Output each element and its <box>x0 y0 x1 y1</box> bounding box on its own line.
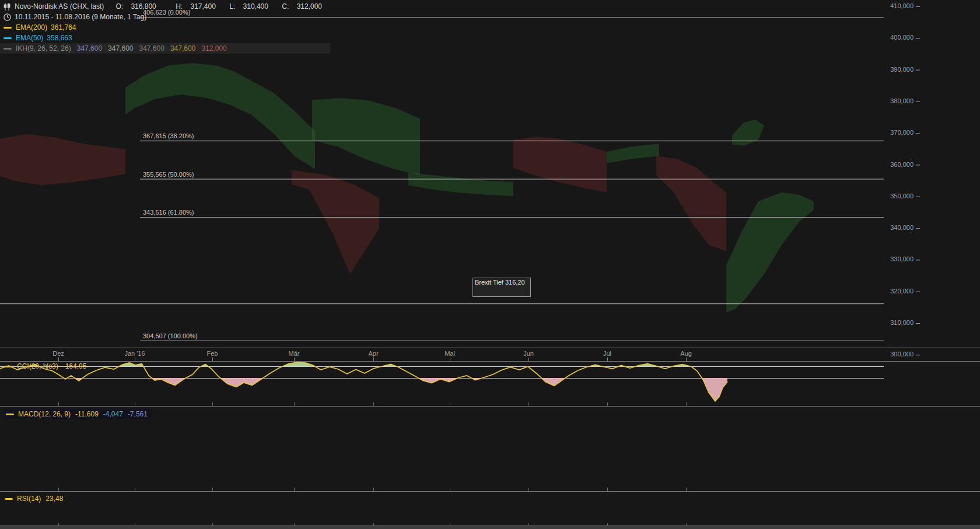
price-axis-label-3: 380,000 <box>883 97 914 104</box>
month-label-4: Apr <box>368 350 378 357</box>
price-axis-label-5: 360,000 <box>883 161 914 168</box>
ikh-value-1: 347,600 <box>77 44 102 52</box>
price-axis-label-1: 400,000 <box>883 34 914 41</box>
month-label-6: Jun <box>523 350 534 357</box>
annotation-brexit-box[interactable]: Brexit Tief 316,20 <box>473 278 531 297</box>
fib-label-1: 367,615 (38.20%) <box>143 132 194 139</box>
month-label-2: Feb <box>207 350 218 357</box>
candlestick-chart-icon <box>4 3 11 10</box>
cloud-red <box>656 156 726 251</box>
chart-window: Novo-Nordisk AS (CHX, last) O: 316,800 H… <box>0 0 980 529</box>
symbol-ohlc-row[interactable]: Novo-Nordisk AS (CHX, last) O: 316,800 H… <box>0 1 330 12</box>
cloud-green <box>726 192 814 313</box>
month-label-5: Mai <box>444 350 455 357</box>
month-label-7: Jul <box>603 350 611 357</box>
ema200-value: 361,764 <box>51 23 76 31</box>
symbol-title: Novo-Nordisk AS (CHX, last) <box>15 2 104 10</box>
cci-value: -164,95 <box>63 362 87 370</box>
cloud-green <box>251 80 315 169</box>
chart-legend: Novo-Nordisk AS (CHX, last) O: 316,800 H… <box>0 1 330 54</box>
price-axis-label-7: 340,000 <box>883 224 914 231</box>
month-label-8: Aug <box>680 350 692 357</box>
cloud-red <box>292 170 379 274</box>
cloud-green <box>312 98 420 175</box>
cloud-green <box>607 143 659 163</box>
fib-label-4: 304,507 (100.00%) <box>143 332 198 339</box>
ikh-value-3: 347,600 <box>139 44 164 52</box>
ikh-swatch-icon <box>4 48 12 50</box>
date-range-text: 10.11.2015 - 11.08.2016 (9 Monate, 1 Tag… <box>15 13 146 21</box>
legend-item-ikh[interactable]: IKH(9, 26, 52, 26) 347,600 347,600 347,6… <box>0 43 330 54</box>
price-axis-label-6: 350,000 <box>883 192 914 199</box>
fib-label-2: 355,565 (50.00%) <box>143 171 194 178</box>
macd-swatch-icon <box>6 414 14 415</box>
ikh-value-4: 347,600 <box>170 44 195 52</box>
rsi-value: 23,48 <box>46 495 63 503</box>
date-range-row[interactable]: 10.11.2015 - 11.08.2016 (9 Monate, 1 Tag… <box>0 12 330 22</box>
rsi-swatch-icon <box>5 498 13 500</box>
cloud-red <box>513 136 607 192</box>
ikh-value-2: 347,600 <box>108 44 133 52</box>
rsi-indicator-label[interactable]: RSI(14) 23,48 <box>5 495 63 503</box>
macd-indicator-label[interactable]: MACD(12, 26, 9) -11,609 -4,047 -7,561 <box>5 409 151 419</box>
price-axis-label-9: 320,000 <box>883 288 914 295</box>
month-label-1: Jan '16 <box>124 350 145 357</box>
price-axis-label-8: 330,000 <box>883 255 914 262</box>
price-axis-label-4: 370,000 <box>883 129 914 136</box>
month-label-3: Mär <box>289 350 300 357</box>
price-axis-label-0: 410,000 <box>883 2 914 9</box>
price-axis-label-2: 390,000 <box>883 66 914 73</box>
ohlc-values: O: 316,800 H: 317,400 L: 310,400 C: 312,… <box>104 2 322 10</box>
macd-value: -11,609 <box>75 410 99 418</box>
cloud-red <box>0 134 125 185</box>
price-axis-label-11: 300,000 <box>883 351 914 358</box>
ikh-value-5: 312,000 <box>201 44 226 52</box>
cloud-green <box>125 63 251 114</box>
horizontal-scrollbar[interactable] <box>0 526 980 529</box>
cci-swatch-icon <box>5 366 13 367</box>
macd-signal-value: -4,047 <box>103 410 123 418</box>
legend-item-ema50[interactable]: EMA(50) 358,663 <box>0 33 330 43</box>
chart-canvas[interactable] <box>0 0 980 529</box>
month-label-0: Dez <box>52 350 64 357</box>
fib-label-3: 343,516 (61.80%) <box>143 209 194 216</box>
legend-item-ema200[interactable]: EMA(200) 361,764 <box>0 22 330 33</box>
ema50-swatch-icon <box>4 37 12 39</box>
cci-line <box>0 362 727 401</box>
cci-indicator-label[interactable]: CCI(20, hlc3) -164,95 <box>5 362 86 370</box>
ichimoku-cloud-layer <box>0 63 814 313</box>
cci-under-fill <box>64 378 727 401</box>
ema50-value: 358,663 <box>47 34 72 42</box>
ema200-swatch-icon <box>4 27 12 29</box>
cci-over-fill <box>7 362 690 366</box>
price-axis-label-10: 310,000 <box>883 319 914 326</box>
cloud-green <box>408 173 513 196</box>
clock-icon <box>4 13 11 21</box>
cloud-green <box>732 120 764 146</box>
macd-hist-value: -7,561 <box>128 410 148 418</box>
